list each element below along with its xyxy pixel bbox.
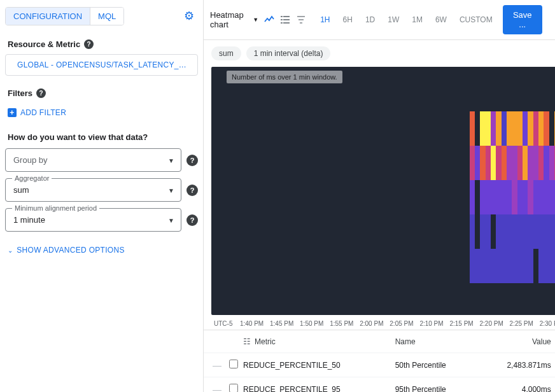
aggregator-value: sum <box>13 185 29 195</box>
drag-handle-icon[interactable]: — <box>213 384 229 393</box>
heatmap-cell <box>491 180 496 214</box>
resource-metric-heading: Resource & Metric ? <box>8 39 195 49</box>
x-tick: 1:55 PM <box>327 320 356 327</box>
tab-mql[interactable]: MQL <box>90 8 123 25</box>
drag-handle-icon[interactable]: — <box>213 360 229 370</box>
heatmap-cell <box>491 111 496 146</box>
time-range-1w[interactable]: 1W <box>383 13 404 27</box>
heatmap-cell <box>480 146 485 180</box>
time-range-1m[interactable]: 1M <box>407 13 428 27</box>
svg-rect-7 <box>281 22 283 24</box>
legend-name: 95th Percentile <box>395 385 494 393</box>
heatmap-cell <box>507 249 512 283</box>
heatmap-cell <box>502 180 507 214</box>
time-range-6h[interactable]: 6H <box>338 13 358 27</box>
resource-metric-label: Resource & Metric <box>8 39 80 49</box>
legend-metric: REDUCE_PERCENTILE_50 <box>243 361 395 370</box>
timezone-label: UTC-5 <box>211 320 237 327</box>
heatmap-col <box>512 111 517 283</box>
chart-toolbar: Heatmap chart ▼ 1H6H1D1W1M6WCUSTOM Save … <box>204 0 555 40</box>
chip-aggregator[interactable]: sum <box>211 46 241 60</box>
legend-table: ☷Metric Name Value —REDUCE_PERCENTILE_50… <box>204 330 555 392</box>
heatmap-cell <box>507 214 512 249</box>
x-ray-icon[interactable] <box>295 15 306 25</box>
heatmap-cell <box>544 180 549 214</box>
heatmap-cell <box>486 214 491 249</box>
legend-list-icon[interactable] <box>279 15 290 25</box>
show-advanced-options-button[interactable]: ⌄ SHOW ADVANCED OPTIONS <box>5 238 198 262</box>
help-icon[interactable]: ? <box>186 155 198 166</box>
metric-selector[interactable]: GLOBAL - OPENCENSUS/TASK_LATENCY_DISTRIB… <box>5 54 198 76</box>
heatmap-col <box>491 111 496 283</box>
legend-header-name: Name <box>395 337 494 346</box>
x-tick: 2:30 PM <box>537 320 555 327</box>
heatmap-cell <box>470 111 475 146</box>
heatmap-cell <box>507 180 512 214</box>
heatmap-cell <box>502 249 507 283</box>
gear-icon[interactable]: ⚙ <box>180 5 198 27</box>
heatmap-cell <box>533 214 538 249</box>
chevron-down-icon: ▼ <box>168 157 174 164</box>
time-range-6w[interactable]: 6W <box>430 13 452 27</box>
heatmap-cell <box>544 146 549 180</box>
heatmap-cell <box>528 146 533 180</box>
heatmap-cell <box>496 146 501 180</box>
time-range-1h[interactable]: 1H <box>315 13 335 27</box>
legend-checkbox[interactable] <box>229 384 238 392</box>
legend-checkbox[interactable] <box>229 360 238 368</box>
filters-heading: Filters ? <box>8 88 195 98</box>
heatmap-cell <box>496 180 501 214</box>
alignment-period-select[interactable]: Minimum alignment period 1 minute ▼ <box>5 208 181 232</box>
heatmap-cell <box>491 146 496 180</box>
heatmap-cell <box>486 111 491 146</box>
heatmap-cell <box>517 180 523 214</box>
x-tick: 1:45 PM <box>267 320 297 327</box>
x-tick: 2:20 PM <box>477 320 507 327</box>
chip-interval[interactable]: 1 min interval (delta) <box>246 46 331 60</box>
help-icon[interactable]: ? <box>84 39 94 49</box>
save-button[interactable]: Save ... <box>503 5 542 34</box>
svg-rect-3 <box>281 16 283 17</box>
heatmap-cell <box>496 111 501 146</box>
heatmap-cell <box>523 111 528 146</box>
heatmap-cell <box>486 146 491 180</box>
svg-rect-5 <box>281 19 283 20</box>
add-filter-button[interactable]: + ADD FILTER <box>5 103 198 122</box>
chart-type-label: Heatmap chart <box>210 10 250 29</box>
stats-icon: ☷ <box>243 337 251 346</box>
heatmap-cell <box>544 111 549 146</box>
line-chart-icon[interactable] <box>263 15 274 25</box>
heatmap-cell <box>480 249 485 283</box>
heatmap-col <box>533 111 538 283</box>
group-by-select[interactable]: Group by ▼ <box>5 148 181 172</box>
help-icon[interactable]: ? <box>36 88 46 98</box>
chart-type-select[interactable]: Heatmap chart ▼ <box>210 10 258 29</box>
heatmap-cell <box>523 146 528 180</box>
heatmap-cell <box>512 249 517 283</box>
add-filter-label: ADD FILTER <box>20 108 66 117</box>
help-icon[interactable]: ? <box>186 214 198 226</box>
heatmap-cell <box>517 214 523 249</box>
heatmap-col <box>502 111 507 283</box>
heatmap-cell <box>486 249 491 283</box>
x-tick: 2:00 PM <box>356 320 386 327</box>
legend-header-metric: Metric <box>255 337 276 346</box>
heatmap-cell <box>475 146 480 180</box>
legend-header-value: Value <box>494 337 551 346</box>
time-range-custom[interactable]: CUSTOM <box>454 13 498 27</box>
heatmap-cell <box>512 214 517 249</box>
aggregator-select[interactable]: Aggregator sum ▼ <box>5 178 181 202</box>
heatmap-cell <box>475 180 480 214</box>
time-range-1d[interactable]: 1D <box>360 13 380 27</box>
help-icon[interactable]: ? <box>186 185 198 196</box>
more-options-icon[interactable]: ⋮ <box>547 9 555 31</box>
metric-selected-text: GLOBAL - OPENCENSUS/TASK_LATENCY_DISTRIB… <box>17 60 191 69</box>
heatmap-cell <box>517 111 523 146</box>
heatmap-col <box>480 111 485 283</box>
heatmap-cell <box>528 180 533 214</box>
tab-configuration[interactable]: CONFIGURATION <box>6 8 90 25</box>
heatmap-cell <box>486 180 491 214</box>
heatmap-plot[interactable]: Number of ms over 1 min window. 10s3s1s3… <box>211 67 555 315</box>
legend-name: 50th Percentile <box>395 361 494 370</box>
advanced-options-label: SHOW ADVANCED OPTIONS <box>17 246 124 255</box>
